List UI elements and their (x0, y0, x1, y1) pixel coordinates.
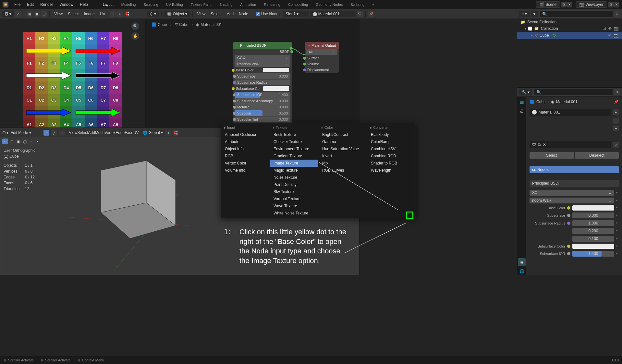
popup-menu-item[interactable]: White Noise Texture (270, 210, 318, 217)
shader-input-row[interactable]: Surface (305, 55, 339, 61)
uv-overlay-icon[interactable]: ⊞ (110, 11, 116, 17)
popup-menu-item[interactable]: Wave Texture (270, 202, 318, 210)
viewport-menu-item[interactable]: Mesh (95, 130, 104, 135)
color-swatch[interactable] (263, 86, 289, 91)
select-icon[interactable]: ▫ (28, 139, 34, 144)
color-swatch[interactable] (572, 205, 614, 211)
editor-type-3dview[interactable]: ⬡ ▾ (2, 130, 8, 135)
popup-menu-item[interactable]: Gamma (318, 138, 367, 145)
vertex-select-icon[interactable]: ▫ (43, 130, 49, 136)
workspace-tab[interactable]: Compositing (284, 1, 312, 8)
popup-menu-item[interactable]: Sky Texture (270, 188, 318, 195)
shader-input-row[interactable]: Volume (305, 61, 339, 67)
workspace-tab[interactable]: UV Editing (162, 1, 187, 8)
breadcrumb-mesh[interactable]: ▽ Cube (175, 22, 189, 27)
use-nodes-toggle[interactable]: se Nodes (530, 166, 619, 173)
outliner-scene-collection[interactable]: 📁 Scene Collection (517, 19, 622, 25)
editor-type-outliner[interactable]: ≡ ▾ (519, 11, 530, 17)
popup-menu-item[interactable]: Bright/Contrast (318, 131, 367, 138)
popup-menu-item[interactable]: Invert (318, 152, 367, 160)
assign-select-button[interactable]: Select (530, 152, 574, 159)
menu-window[interactable]: Window (56, 2, 77, 7)
popup-menu-item[interactable]: Shader to RGB (367, 160, 416, 167)
node-menu-add[interactable]: Add (225, 11, 236, 17)
viewlayer-copy-icon[interactable]: ⧉ (608, 2, 614, 7)
viewlayer-close-icon[interactable]: ✕ (614, 2, 619, 7)
select-tool-icon[interactable]: ▣ (15, 139, 21, 144)
select-icon[interactable]: ▪ (35, 139, 41, 144)
editor-type-uv[interactable]: 🖼 ▾ (2, 11, 14, 17)
box-select-icon[interactable]: ▢ (9, 139, 15, 144)
menu-edit[interactable]: Edit (24, 2, 37, 7)
scene-close-icon[interactable]: ✕ (567, 2, 572, 7)
zoom-icon[interactable]: 🔍 (131, 22, 139, 30)
slider-input-row[interactable]: Metallic0.000 (235, 104, 290, 110)
popup-menu-item[interactable]: Ambient Occlusion (221, 131, 270, 138)
popup-menu-item[interactable]: Vertex Color (221, 160, 270, 167)
input-socket[interactable] (233, 81, 236, 84)
popup-menu-item[interactable]: Combine RGB (367, 152, 416, 160)
workspace-tab[interactable]: Layout (99, 1, 117, 8)
scene-selector[interactable]: 🎬Scene (536, 1, 560, 8)
output-tab-icon[interactable]: 🖨 (518, 107, 526, 115)
snap-icon[interactable]: 🧲 (173, 130, 178, 136)
viewport-menu-item[interactable]: View (69, 130, 77, 135)
popup-menu-item[interactable]: Checker Texture (270, 138, 318, 145)
bsdf-output-socket[interactable] (290, 50, 293, 53)
material-output-node[interactable]: ⌄Material Output All SurfaceVolumeDispla… (305, 42, 339, 73)
popup-menu-item[interactable]: Combine HSV (367, 145, 416, 152)
material-slot-entry[interactable]: Material.001 (530, 109, 611, 116)
uv-menu-view[interactable]: View (52, 11, 65, 17)
texture-tab-icon[interactable]: 🌐 (518, 267, 526, 275)
distribution-select[interactable]: SX⌄ (530, 190, 614, 196)
outliner-display-mode[interactable]: ▾ (531, 11, 538, 17)
viewport-menu-item[interactable]: UV (133, 130, 139, 135)
socket-dot[interactable] (567, 245, 570, 248)
viewlayer-selector[interactable]: 📷ViewLayer (576, 1, 607, 8)
popup-menu-item[interactable]: Image Texture (270, 160, 318, 167)
slider-input-row[interactable]: Specular Tint0.000 (235, 116, 290, 122)
workspace-tab[interactable]: Texture Paint (187, 1, 215, 8)
popup-menu-item[interactable]: RGB (221, 152, 270, 160)
editor-type-shader[interactable]: ⬡ ▾ (147, 11, 159, 17)
popup-menu-item[interactable]: Magic Texture (270, 167, 318, 174)
node-menu-view[interactable]: View (195, 11, 208, 17)
popup-menu-item[interactable]: ColorRamp (367, 138, 416, 145)
value-field[interactable]: 1.400 (572, 251, 614, 257)
material-slot-selector[interactable]: Slot 1 ▾ (283, 11, 309, 17)
node-header[interactable]: ⌄Material Output (305, 42, 339, 49)
target-dropdown[interactable]: All (306, 49, 337, 55)
outliner-cube[interactable]: ▸ ▽ Cube ▽ 👁 📷 (517, 32, 622, 39)
input-socket[interactable] (233, 118, 236, 121)
pin-icon[interactable]: 📌 (614, 100, 619, 104)
mode-selector[interactable]: Edit Mode ▾ (10, 130, 40, 135)
input-socket[interactable] (303, 63, 306, 66)
popup-menu-item[interactable]: Brick Texture (270, 131, 318, 138)
outliner-search[interactable]: 🔍 (539, 10, 613, 18)
color-input-row[interactable]: Base Color (233, 67, 292, 73)
color-input-row[interactable]: Subsurface Co.. (233, 86, 292, 91)
viewport-menu-item[interactable]: Select (77, 130, 88, 135)
dropdown-input-row[interactable]: Subsurface Radius (235, 79, 290, 85)
color-swatch[interactable] (572, 244, 614, 249)
viewport-menu-item[interactable]: Face (125, 130, 133, 135)
transform-orientation[interactable]: 🌐 Global ▾ (143, 130, 163, 135)
eye-icon[interactable]: 👁 (608, 26, 612, 31)
editor-type-properties[interactable]: 🔧 ▾ (519, 89, 532, 95)
popup-menu-item[interactable]: Voronoi Texture (270, 195, 318, 202)
slider-input-row[interactable]: Subsurface0.000 (235, 73, 290, 79)
viewport-menu-item[interactable]: Vertex (104, 130, 116, 135)
add-workspace-button[interactable]: + (368, 1, 378, 8)
menu-help[interactable]: Help (77, 2, 91, 7)
filter-icon[interactable]: ▽ (613, 142, 619, 148)
popup-menu-item[interactable]: Point Density (270, 181, 318, 188)
edge-select-icon[interactable]: ╱ (51, 130, 57, 136)
face-select-icon[interactable]: ▪ (59, 130, 65, 136)
checkbox-icon[interactable]: ☑ (603, 26, 606, 31)
camera-icon[interactable]: 📷 (614, 26, 619, 31)
workspace-tab[interactable]: Scripting (347, 1, 368, 8)
breadcrumb-object[interactable]: 🟦 Cube (152, 22, 167, 27)
value-field[interactable]: 0.200 (572, 228, 614, 234)
input-socket[interactable] (233, 100, 236, 103)
render-tab-icon[interactable]: 📺 (518, 98, 526, 106)
